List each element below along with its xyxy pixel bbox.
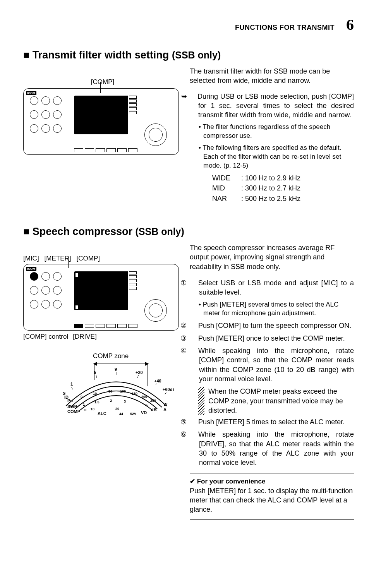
divider: [190, 473, 354, 473]
label-alc: ALC: [98, 411, 106, 416]
section1-bullet2: • The following filters are specified as…: [190, 144, 354, 170]
svg-text:2: 2: [110, 399, 112, 403]
label-meter: [METER]: [45, 255, 71, 262]
header-chapter-number: 6: [346, 15, 354, 34]
label-vd: VD: [141, 410, 147, 415]
section1-intro: The transmit filter width for SSB mode c…: [190, 67, 354, 86]
label-comp: [COMP]: [77, 255, 100, 262]
svg-text:1.5: 1.5: [94, 400, 100, 404]
svg-text:10: 10: [91, 407, 94, 411]
tick-60: +60dB: [163, 387, 174, 392]
tick-5: 5: [94, 370, 96, 375]
svg-text:∞: ∞: [145, 403, 148, 407]
svg-text:0: 0: [81, 395, 82, 399]
svg-text:0: 0: [84, 408, 86, 412]
svg-line-6: [137, 375, 139, 378]
svg-text:3: 3: [124, 399, 126, 403]
section2-title-sub: (SSB only): [135, 226, 184, 237]
step-5: ⑤Push [METER] 5 times to select the ALC …: [190, 417, 354, 427]
section2-title-main: Speech compressor: [33, 226, 132, 237]
convenience-body: Push [METER] for 1 sec. to display the m…: [190, 486, 354, 514]
section1-panel-label-comp: [COMP]: [23, 78, 182, 86]
label-w: W: [163, 402, 168, 407]
filter-row-wide: WIDE : 100 Hz to 2.9 kHz: [190, 173, 354, 183]
svg-text:44: 44: [119, 412, 123, 416]
svg-line-3: [71, 387, 73, 389]
comp-zone-label: COMP zone: [93, 352, 129, 360]
label-comp: COMP: [67, 409, 80, 414]
note-comp-zone: When the COMP meter peaks exceed the COM…: [198, 387, 354, 415]
svg-line-4: [96, 375, 97, 378]
convenience-title: ✔ For your convenience: [190, 477, 354, 486]
label-id: ID: [64, 395, 69, 399]
section2-panel-top-labels: [MIC] [METER] [COMP]: [23, 255, 182, 262]
section1-bullet1: • The filter functions regardless of the…: [190, 123, 354, 141]
filter-row-nar: NAR : 500 Hz to 2.5 kHz: [190, 194, 354, 203]
step-1: ①Select USB or LSB mode and adjust [MIC]…: [190, 278, 354, 297]
tick-9: 9: [115, 367, 117, 372]
section1-radio-panel: ICOM: [23, 88, 179, 155]
label-comp-control: [COMP] control: [23, 333, 68, 341]
label-a: A: [163, 407, 166, 412]
arrow-icon: ➥: [190, 92, 197, 101]
label-db: dB: [151, 407, 157, 412]
section1-title: ■ Transmit filter width setting (SSB onl…: [23, 49, 354, 61]
label-mic: [MIC]: [23, 255, 39, 262]
svg-line-8: [165, 393, 167, 394]
tick-1: 1: [70, 382, 73, 386]
svg-text:20: 20: [115, 407, 119, 411]
icom-badge: ICOM: [26, 91, 36, 95]
svg-text:200: 200: [141, 395, 147, 399]
svg-text:150: 150: [132, 392, 137, 396]
step-2: ②Push [COMP] to turn the speech compress…: [190, 321, 354, 330]
section2-title: ■ Speech compressor (SSB only): [23, 226, 354, 238]
filter-row-mid: MID : 300 Hz to 2.7 kHz: [190, 183, 354, 193]
icom-badge: ICOM: [26, 267, 36, 271]
section1-step: ➥During USB or LSB mode selection, push …: [190, 92, 354, 120]
svg-text:250: 250: [150, 399, 156, 403]
step-3: ③Push [METER] once to select the COMP me…: [190, 334, 354, 343]
tick-20: +20: [136, 370, 143, 375]
section2-radio-panel: ICOM: [23, 264, 179, 331]
step-6: ⑥While speaking into the microphone, rot…: [190, 430, 354, 467]
comp-meter-figure: COMP zone: [58, 352, 182, 418]
svg-text:100: 100: [120, 389, 126, 393]
step-4: ④While speaking into the microphone, rot…: [190, 346, 354, 384]
hatch-icon: [198, 387, 204, 415]
page-header: FUNCTIONS FOR TRANSMIT 6: [23, 15, 354, 34]
divider: [190, 519, 354, 520]
header-section-title: FUNCTIONS FOR TRANSMIT: [235, 24, 335, 32]
label-drive: [DRIVE]: [73, 333, 96, 341]
label-swr: SWR: [67, 404, 77, 409]
section2-marker: ■: [23, 226, 29, 237]
section1-title-main: Transmit filter width setting: [33, 49, 169, 61]
tick-40: +40: [154, 379, 161, 383]
section1-marker: ■: [23, 49, 29, 61]
svg-text:10: 10: [93, 392, 97, 396]
section2-panel-bottom-labels: [COMP] control [DRIVE]: [23, 333, 182, 341]
svg-text:1: 1: [83, 403, 85, 406]
step-1-sub: • Push [METER] several times to select t…: [190, 300, 354, 318]
svg-text:52V
            0
            : 52V 0 5 10 15: [130, 412, 136, 416]
svg-text:50: 50: [108, 389, 112, 393]
section1-title-sub: (SSB only): [172, 50, 221, 60]
section2-intro: The speech compressor increases average …: [190, 243, 354, 271]
svg-line-7: [155, 383, 157, 386]
